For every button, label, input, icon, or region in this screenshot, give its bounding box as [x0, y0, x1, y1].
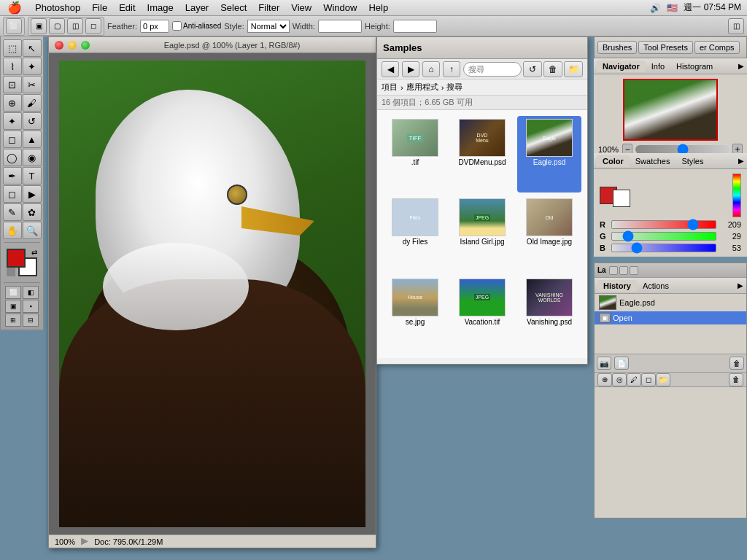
- history-ctrl2[interactable]: [619, 266, 628, 275]
- history-tab[interactable]: History: [597, 280, 637, 292]
- layer-btn1[interactable]: ⊕: [597, 373, 612, 386]
- menu-select[interactable]: Select: [214, 1, 252, 15]
- list-item[interactable]: DVDMenu DVDMenu.psd: [450, 116, 514, 192]
- lasso-tool[interactable]: ⌇: [3, 58, 22, 75]
- close-button[interactable]: [55, 41, 63, 50]
- switch-colors[interactable]: ⇄: [31, 249, 37, 257]
- tool-presets-tab[interactable]: Tool Presets: [638, 41, 693, 54]
- blue-slider[interactable]: [611, 244, 716, 252]
- eyedropper-tool[interactable]: ✿: [23, 203, 42, 221]
- breadcrumb-item[interactable]: 項目: [382, 82, 398, 93]
- menu-help[interactable]: Help: [363, 1, 394, 15]
- green-slider[interactable]: [611, 232, 716, 241]
- height-input[interactable]: [393, 20, 437, 33]
- dodge-tool[interactable]: ◉: [23, 149, 42, 166]
- extra-btn[interactable]: ◫: [728, 18, 744, 34]
- navigator-tab[interactable]: Navigator: [597, 61, 646, 72]
- history-brush-tool[interactable]: ↺: [23, 112, 42, 130]
- list-item[interactable]: JPEG Island Girl.jpg: [450, 195, 514, 272]
- brush-tool[interactable]: 🖌: [23, 94, 42, 112]
- width-input[interactable]: [318, 20, 362, 33]
- history-ctrl1[interactable]: [609, 266, 618, 275]
- red-slider[interactable]: [611, 220, 716, 229]
- blend-btn2[interactable]: ▢: [49, 18, 65, 34]
- swatches-tab[interactable]: Swatches: [630, 155, 676, 167]
- canvas-area[interactable]: [49, 53, 376, 534]
- volume-icon[interactable]: 🔊: [650, 3, 661, 13]
- menu-image[interactable]: Image: [142, 1, 179, 15]
- foreground-color[interactable]: [7, 249, 26, 268]
- blend-btn3[interactable]: ◫: [67, 18, 83, 34]
- fb-back[interactable]: ◀: [382, 61, 399, 77]
- list-item[interactable]: Eagle Eagle.psd: [517, 116, 581, 192]
- quickmask-mode[interactable]: ◧: [23, 286, 39, 299]
- anti-aliased-checkbox[interactable]: [172, 21, 182, 31]
- status-arrow[interactable]: [81, 538, 88, 545]
- layer-btn3[interactable]: 🖊: [627, 373, 641, 386]
- history-ctrl3[interactable]: [630, 266, 638, 275]
- menu-file[interactable]: File: [86, 1, 113, 15]
- clone-tool[interactable]: ✦: [3, 112, 22, 130]
- fb-search-input[interactable]: [463, 62, 522, 77]
- grid-view[interactable]: ⊞: [5, 314, 21, 327]
- layer-btn5[interactable]: 📁: [656, 373, 670, 386]
- apple-menu[interactable]: 🍎: [0, 1, 29, 15]
- list-item[interactable]: Old Old Image.jpg: [517, 195, 581, 272]
- blend-btn1[interactable]: ▣: [31, 18, 47, 34]
- panel-menu-icon[interactable]: ▶: [738, 62, 744, 70]
- list-item[interactable]: House se.jpg: [383, 276, 447, 352]
- fb-new-folder[interactable]: 📁: [564, 61, 583, 77]
- fb-rotate[interactable]: ↺: [523, 61, 542, 77]
- magic-wand-tool[interactable]: ✦: [23, 58, 42, 75]
- text-tool[interactable]: T: [23, 167, 42, 184]
- styles-tab[interactable]: Styles: [676, 155, 709, 167]
- brushes-tab[interactable]: Brushes: [597, 41, 637, 54]
- blur-tool[interactable]: ◯: [3, 149, 22, 166]
- shape-tool[interactable]: ◻: [3, 185, 22, 203]
- list-item[interactable]: ▣ Open: [595, 311, 746, 324]
- list-item[interactable]: VANISHINGWORLDS Vanishing.psd: [517, 276, 581, 352]
- menu-window[interactable]: Window: [317, 1, 363, 15]
- style-select[interactable]: Normal: [247, 20, 290, 33]
- hand-tool[interactable]: ✋: [3, 222, 22, 239]
- move-tool[interactable]: ↖: [23, 39, 42, 57]
- menu-photoshop[interactable]: Photoshop: [29, 1, 86, 15]
- fb-reveal[interactable]: ↑: [443, 61, 460, 77]
- zoom-tool[interactable]: 🔍: [23, 222, 42, 239]
- info-tab[interactable]: Info: [646, 61, 670, 72]
- actions-tab[interactable]: Actions: [637, 280, 675, 292]
- marquee-tool[interactable]: ⬚: [3, 39, 22, 57]
- extra-view[interactable]: ⊟: [23, 314, 39, 327]
- menu-edit[interactable]: Edit: [113, 1, 141, 15]
- fb-delete[interactable]: 🗑: [543, 61, 562, 77]
- annotation-tool[interactable]: ✎: [3, 203, 22, 221]
- heal-tool[interactable]: ⊕: [3, 94, 22, 112]
- breadcrumb-app[interactable]: 應用程式: [406, 82, 438, 93]
- fb-home[interactable]: ⌂: [422, 61, 440, 77]
- slice-tool[interactable]: ✂: [23, 76, 42, 93]
- list-item[interactable]: TIFF .tif: [383, 116, 447, 192]
- marquee-btn[interactable]: ⬜: [6, 18, 22, 34]
- layer-delete[interactable]: 🗑: [729, 373, 743, 386]
- default-colors[interactable]: [7, 268, 15, 276]
- delete-state-btn[interactable]: 🗑: [729, 357, 744, 370]
- fb-forward[interactable]: ▶: [402, 61, 419, 77]
- maximize-button[interactable]: [81, 41, 90, 50]
- fill-tool[interactable]: ▲: [23, 131, 42, 148]
- pen-tool[interactable]: ✒: [3, 167, 22, 184]
- path-select-tool[interactable]: ▶: [23, 185, 42, 203]
- new-snapshot-btn[interactable]: 📷: [597, 357, 611, 370]
- history-menu[interactable]: ▶: [738, 281, 743, 289]
- color-panel-menu[interactable]: ▶: [738, 157, 744, 165]
- minimize-button[interactable]: [68, 41, 77, 50]
- delete-btn[interactable]: 🗑: [729, 357, 744, 370]
- layer-btn4[interactable]: ◻: [641, 373, 656, 386]
- feather-input[interactable]: [140, 20, 169, 33]
- color-tab[interactable]: Color: [597, 155, 630, 167]
- anti-aliased-check[interactable]: Anti-aliased: [172, 21, 221, 31]
- layer-btn2[interactable]: ◎: [612, 373, 627, 386]
- standard-screen[interactable]: ▣: [5, 300, 21, 313]
- list-item[interactable]: JPEG Vacation.tif: [450, 276, 514, 352]
- blend-btn4[interactable]: ◻: [85, 18, 101, 34]
- layer-comps-tab[interactable]: er Comps: [694, 41, 740, 54]
